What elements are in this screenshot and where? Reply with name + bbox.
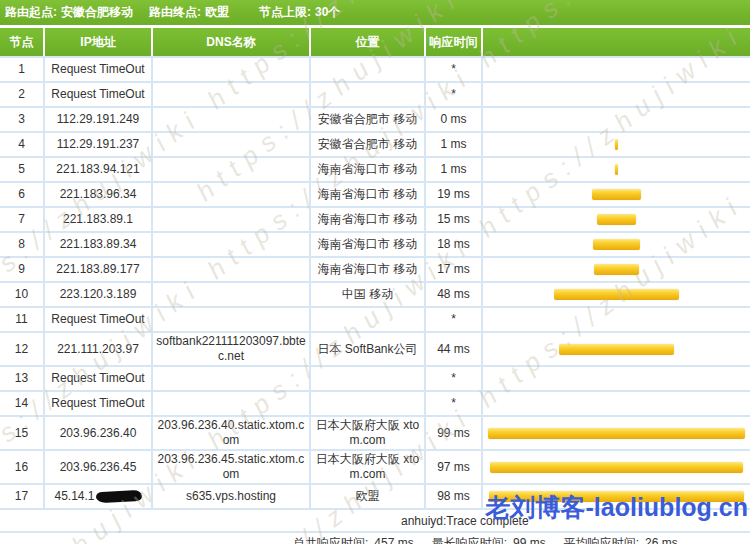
table-row: 12221.111.203.97softbank221111203097.bbt… [0, 333, 750, 367]
table-row: 3112.29.191.249安徽省合肥市 移动0 ms [0, 108, 750, 133]
cell-ip: 221.183.89.34 [45, 233, 153, 256]
cell-location [311, 308, 426, 331]
cell-location: 日本大阪府大阪 xtom.com [311, 451, 426, 483]
cell-response-bar [483, 208, 750, 231]
cell-location: 欧盟 [311, 485, 426, 508]
cell-location: 日本大阪府大阪 xtom.com [311, 417, 426, 449]
cell-ip: 221.183.96.34 [45, 183, 153, 206]
cell-location: 安徽省合肥市 移动 [311, 133, 426, 156]
route-end-value: 欧盟 [205, 5, 229, 19]
cell-response-bar [483, 183, 750, 206]
cell-dns [153, 283, 311, 306]
cell-dns [153, 367, 311, 390]
table-row: 6221.183.96.34海南省海口市 移动19 ms [0, 183, 750, 208]
cell-location: 中国 移动 [311, 283, 426, 306]
response-time-bar [615, 164, 618, 175]
route-end-label: 路由终点: [149, 5, 201, 19]
route-end: 路由终点:欧盟 [149, 4, 229, 21]
cell-node: 9 [0, 258, 45, 281]
cell-dns: 203.96.236.45.static.xtom.com [153, 451, 311, 483]
cell-location: 安徽省合肥市 移动 [311, 108, 426, 131]
cell-ip: 203.96.236.40 [45, 417, 153, 449]
table-row: 13Request TimeOut* [0, 367, 750, 392]
cell-node: 13 [0, 367, 45, 390]
cell-node: 11 [0, 308, 45, 331]
route-start: 路由起点:安徽合肥移动 [5, 4, 133, 21]
summary-stat-label: 最长响应时间: [432, 536, 507, 544]
cell-ip: 112.29.191.237 [45, 133, 153, 156]
column-header-node: 节点 [0, 28, 45, 56]
cell-location: 海南省海口市 移动 [311, 208, 426, 231]
cell-location: 海南省海口市 移动 [311, 233, 426, 256]
cell-response-time: 98 ms [426, 485, 483, 508]
cell-response-bar [483, 158, 750, 181]
cell-response-bar [483, 485, 750, 508]
cell-location: 海南省海口市 移动 [311, 258, 426, 281]
cell-dns [153, 258, 311, 281]
cell-node: 2 [0, 83, 45, 106]
response-time-bar [597, 214, 636, 225]
cell-ip: Request TimeOut [45, 392, 153, 415]
cell-dns [153, 308, 311, 331]
cell-ip: Request TimeOut [45, 308, 153, 331]
cell-dns [153, 83, 311, 106]
table-row: 15203.96.236.40203.96.236.40.static.xtom… [0, 417, 750, 451]
cell-response-time: 18 ms [426, 233, 483, 256]
route-start-value: 安徽合肥移动 [61, 5, 133, 19]
cell-node: 8 [0, 233, 45, 256]
cell-dns [153, 392, 311, 415]
cell-ip: Request TimeOut [45, 58, 153, 81]
cell-dns [153, 158, 311, 181]
response-time-bar [615, 139, 618, 150]
cell-node: 4 [0, 133, 45, 156]
cell-response-time: 48 ms [426, 283, 483, 306]
table-row: 10223.120.3.189中国 移动48 ms [0, 283, 750, 308]
table-row: 14Request TimeOut* [0, 392, 750, 417]
column-header-dns: DNS名称 [153, 28, 311, 56]
cell-ip: 221.183.89.1 [45, 208, 153, 231]
column-header-location: 位置 [311, 28, 426, 56]
cell-ip: Request TimeOut [45, 83, 153, 106]
node-limit-value: 30个 [315, 5, 340, 19]
response-time-bar [559, 344, 673, 355]
cell-dns [153, 108, 311, 131]
cell-response-time: 1 ms [426, 133, 483, 156]
table-row: 1745.14.1s635.vps.hosting欧盟98 ms [0, 485, 750, 510]
table-row: 5221.183.94.121海南省海口市 移动1 ms [0, 158, 750, 183]
summary-stat: 最长响应时间:99 ms [432, 535, 546, 544]
cell-dns [153, 133, 311, 156]
cell-response-time: * [426, 83, 483, 106]
cell-ip: 223.120.3.189 [45, 283, 153, 306]
table-row: 8221.183.89.34海南省海口市 移动18 ms [0, 233, 750, 258]
table-row: 16203.96.236.45203.96.236.45.static.xtom… [0, 451, 750, 485]
cell-response-time: * [426, 367, 483, 390]
cell-response-time: 97 ms [426, 451, 483, 483]
cell-node: 3 [0, 108, 45, 131]
cell-location [311, 367, 426, 390]
cell-node: 10 [0, 283, 45, 306]
cell-ip: 221.183.89.177 [45, 258, 153, 281]
table-row: 7221.183.89.1海南省海口市 移动15 ms [0, 208, 750, 233]
cell-dns [153, 208, 311, 231]
table-row: 1Request TimeOut* [0, 58, 750, 83]
trace-status-text: anhuiyd:Trace complete [401, 514, 529, 528]
summary-stat: 平均响应时间:26 ms [564, 535, 678, 544]
cell-response-time: 19 ms [426, 183, 483, 206]
cell-response-bar [483, 283, 750, 306]
table-row: 4112.29.191.237安徽省合肥市 移动1 ms [0, 133, 750, 158]
cell-response-time: 1 ms [426, 158, 483, 181]
column-header-ip: IP地址 [45, 28, 153, 56]
response-time-bar [488, 428, 745, 439]
cell-dns [153, 233, 311, 256]
summary-row: 总共响应时间:457 ms最长响应时间:99 ms平均响应时间:26 ms [0, 533, 750, 544]
response-time-bar [490, 462, 742, 473]
column-header-response-time: 响应时间 [426, 28, 483, 56]
table-header-row: 节点 IP地址 DNS名称 位置 响应时间 [0, 28, 750, 56]
cell-response-time: 15 ms [426, 208, 483, 231]
cell-response-bar [483, 451, 750, 483]
cell-response-bar [483, 392, 750, 415]
cell-node: 1 [0, 58, 45, 81]
cell-response-bar [483, 258, 750, 281]
cell-dns: s635.vps.hosting [153, 485, 311, 508]
cell-response-time: * [426, 308, 483, 331]
